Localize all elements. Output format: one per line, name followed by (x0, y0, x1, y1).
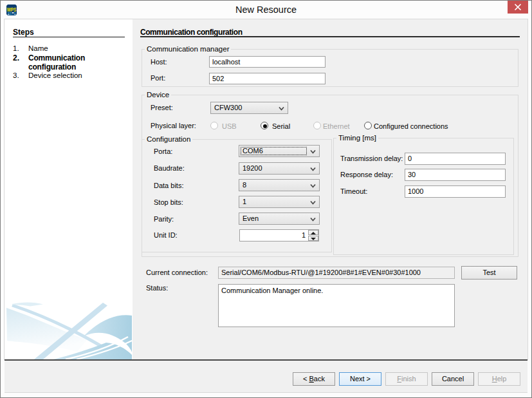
svg-text:WPS: WPS (7, 6, 17, 13)
